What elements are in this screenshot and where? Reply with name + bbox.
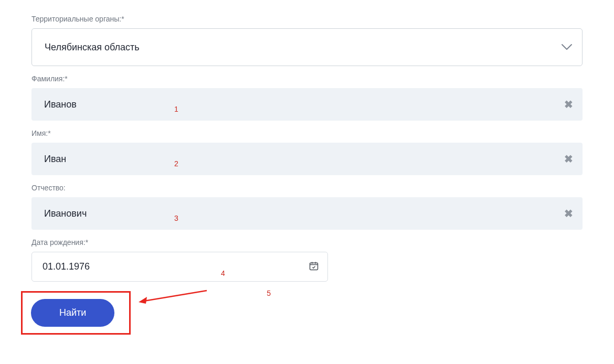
birthdate-label: Дата рождения:* — [31, 238, 583, 247]
territorial-value: Челябинская область — [45, 42, 140, 53]
svg-line-1 — [144, 291, 207, 301]
clear-icon[interactable]: ✖ — [564, 207, 573, 220]
annotation-highlight-frame: Найти — [21, 291, 131, 335]
annotation-marker: 4 — [221, 269, 225, 277]
patronymic-label: Отчество: — [31, 184, 583, 192]
birthdate-field[interactable]: 4 — [31, 252, 328, 282]
chevron-down-icon — [561, 44, 573, 51]
patronymic-field[interactable]: 3 ✖ — [31, 197, 583, 230]
territorial-label: Территориальные органы:* — [31, 15, 583, 23]
patronymic-input[interactable] — [44, 208, 564, 219]
lastname-input[interactable] — [44, 99, 564, 110]
svg-marker-2 — [139, 297, 147, 304]
firstname-field[interactable]: 2 ✖ — [31, 143, 583, 175]
annotation-marker: 5 — [267, 289, 271, 297]
annotation-arrow — [139, 285, 212, 308]
calendar-icon[interactable] — [309, 261, 319, 273]
svg-rect-0 — [310, 263, 318, 270]
find-button[interactable]: Найти — [31, 299, 114, 327]
territorial-select[interactable]: Челябинская область — [31, 28, 583, 66]
clear-icon[interactable]: ✖ — [564, 98, 573, 111]
birthdate-input[interactable] — [43, 261, 309, 272]
firstname-input[interactable] — [44, 154, 564, 165]
firstname-label: Имя:* — [31, 129, 583, 137]
lastname-field[interactable]: 1 ✖ — [31, 88, 583, 121]
lastname-label: Фамилия:* — [31, 74, 583, 83]
clear-icon[interactable]: ✖ — [564, 153, 573, 165]
